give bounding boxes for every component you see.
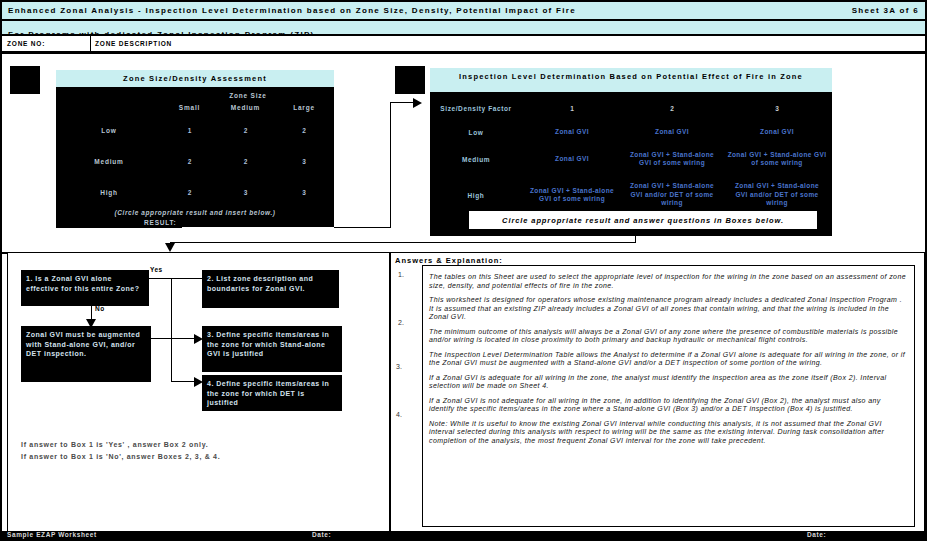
answers-section: Answers & Explanation: 1. 2. 3. 4. The t… — [390, 252, 925, 533]
box3-arrowhead-icon — [194, 334, 203, 344]
zone-description-field[interactable] — [202, 38, 902, 49]
corner-label-size-density-factor: Size/Density Factor — [430, 104, 522, 113]
result-label: RESULT: — [56, 219, 334, 226]
factor-col-1: 1 — [522, 105, 622, 112]
cell-medium-large[interactable]: 3 — [274, 158, 334, 165]
no-label: No — [95, 305, 105, 312]
zone-row: ZONE NO: ZONE DESCRIPTION — [2, 36, 925, 54]
flowchart-note-2: If answer to Box 1 is 'No', answer Boxes… — [21, 453, 220, 460]
answers-paragraph-5: If a Zonal GVI is adequate for all wirin… — [429, 374, 908, 391]
fire-row-high-label: High — [430, 192, 522, 199]
answers-text-box: The tables on this Sheet are used to sel… — [422, 265, 915, 527]
fire-row-medium-label: Medium — [430, 156, 522, 163]
circle-instruction-text: Circle appropriate result and answer que… — [502, 216, 784, 225]
cell-fire-high-1[interactable]: Zonal GVI + Stand-alone GVI of some wiri… — [522, 187, 622, 204]
cell-medium-medium[interactable]: 2 — [217, 158, 274, 165]
augment-to-box3-line — [151, 338, 195, 339]
answers-paragraph-4: The Inspection Level Determination Table… — [429, 351, 908, 368]
cell-high-medium[interactable]: 3 — [217, 189, 274, 196]
flowchart-box-4[interactable]: 4. Define specific items/areas in the zo… — [202, 375, 342, 411]
cell-fire-high-3[interactable]: Zonal GVI + Stand-alone GVI and/or DET o… — [722, 182, 832, 208]
answers-paragraph-3: The minimum outcome of this analysis wil… — [429, 328, 908, 345]
row-header-high: High — [56, 189, 162, 196]
size-density-table: Zone Size/Density Assessment Zone Size S… — [56, 70, 334, 228]
answers-title: Answers & Explanation: — [395, 256, 503, 265]
fire-row-low-label: Low — [430, 129, 522, 136]
cell-fire-high-2[interactable]: Zonal GVI + Stand-alone GVI and/or DET o… — [622, 182, 722, 208]
result-line[interactable] — [182, 227, 334, 228]
col-header-large: Large — [274, 104, 334, 115]
yes-line — [149, 278, 202, 279]
page-title: Enhanced Zonal Analysis - Inspection Lev… — [8, 6, 576, 15]
cell-low-medium[interactable]: 2 — [217, 127, 274, 134]
size-density-table-title: Zone Size/Density Assessment — [56, 70, 334, 88]
cell-low-large[interactable]: 2 — [274, 127, 334, 134]
connector-b-horizontal — [170, 242, 636, 243]
connector-a-bottom — [334, 227, 390, 228]
answers-paragraph-6: If a Zonal GVI is not adequate for all w… — [429, 397, 908, 414]
cell-fire-low-2[interactable]: Zonal GVI — [622, 128, 722, 137]
col-header-small: Small — [162, 104, 217, 115]
box4-arrowhead-icon — [194, 377, 203, 387]
connector-a-arrowhead-icon — [413, 98, 422, 108]
col-header-medium: Medium — [217, 104, 274, 115]
zone-size-group-label: Zone Size — [162, 92, 334, 104]
cell-fire-medium-2[interactable]: Zonal GVI + Stand-alone GVI of some wiri… — [622, 151, 722, 168]
answers-paragraph-7: Note: While it is useful to know the exi… — [429, 420, 908, 446]
answers-paragraph-1: The tables on this Sheet are used to sel… — [429, 273, 908, 290]
flowchart-box-1[interactable]: 1. Is a Zonal GVI alone effective for th… — [21, 270, 149, 306]
step-marker-2 — [395, 66, 425, 94]
answers-number-3: 3. — [396, 363, 402, 370]
cell-fire-low-3[interactable]: Zonal GVI — [722, 128, 832, 137]
ezap-worksheet-sheet-3a: Enhanced Zonal Analysis - Inspection Lev… — [0, 0, 927, 541]
sheet-number: Sheet 3A of 6 — [852, 6, 919, 15]
flowchart-box-2[interactable]: 2. List zone description and boundaries … — [202, 270, 339, 308]
footer-worksheet-name: Sample EZAP Worksheet — [7, 531, 97, 538]
step-marker-1 — [10, 66, 40, 94]
row-header-medium: Medium — [56, 158, 162, 165]
flowchart-box-3[interactable]: 3. Define specific items/areas in the zo… — [202, 326, 342, 372]
row-header-low: Low — [56, 127, 162, 134]
inspection-table-title: Inspection Level Determination Based on … — [430, 68, 832, 93]
flowchart-box-augment[interactable]: Zonal GVI must be augmented with Stand-a… — [21, 326, 151, 382]
answers-paragraph-2: This worksheet is designed for operators… — [429, 296, 908, 322]
cell-high-small[interactable]: 2 — [162, 189, 217, 196]
connector-a-vertical — [390, 102, 391, 228]
zone-row-divider — [90, 36, 91, 51]
cell-fire-medium-1[interactable]: Zonal GVI — [522, 155, 622, 164]
flowchart-note-1: If answer to Box 1 is 'Yes' , answer Box… — [21, 441, 208, 448]
answers-number-2: 2. — [398, 319, 404, 326]
circle-instruction-box: Circle appropriate result and answer que… — [467, 209, 819, 231]
cell-medium-small[interactable]: 2 — [162, 158, 217, 165]
cell-high-large[interactable]: 3 — [274, 189, 334, 196]
factor-col-2: 2 — [622, 105, 722, 112]
subtitle-bar: For Programs with dedicated Zonal Inspec… — [2, 21, 925, 36]
cell-low-small[interactable]: 1 — [162, 127, 217, 134]
title-bar: Enhanced Zonal Analysis - Inspection Lev… — [2, 2, 925, 21]
cell-fire-low-1[interactable]: Zonal GVI — [522, 128, 622, 137]
circle-result-note: (Circle appropriate result and insert be… — [56, 209, 334, 216]
connector-b-arrowhead-icon — [165, 243, 175, 252]
to-box4-line — [171, 381, 195, 382]
factor-col-3: 3 — [722, 105, 832, 112]
connector-a-top — [390, 102, 414, 103]
cell-fire-medium-3[interactable]: Zonal GVI + Stand-alone GVI of some wiri… — [722, 151, 832, 168]
answers-number-4: 4. — [396, 411, 402, 418]
flowchart-section: 1. Is a Zonal GVI alone effective for th… — [7, 252, 390, 533]
zone-no-field[interactable] — [32, 38, 87, 49]
footer-bar: Sample EZAP Worksheet Date: Date: — [2, 531, 925, 539]
footer-date-label-2[interactable]: Date: — [807, 531, 826, 538]
branch-vertical-line — [171, 278, 172, 382]
footer-date-label-1[interactable]: Date: — [312, 531, 331, 538]
yes-label: Yes — [150, 266, 163, 273]
answers-number-1: 1. — [398, 271, 404, 278]
zone-description-label: ZONE DESCRIPTION — [95, 40, 172, 47]
